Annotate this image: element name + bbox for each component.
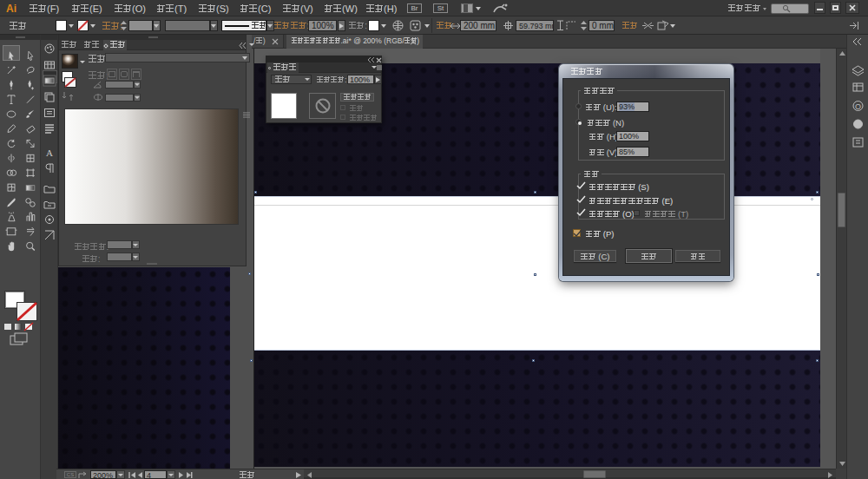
svg-text:A: A [46, 148, 53, 158]
svg-text:O: O [855, 102, 861, 111]
